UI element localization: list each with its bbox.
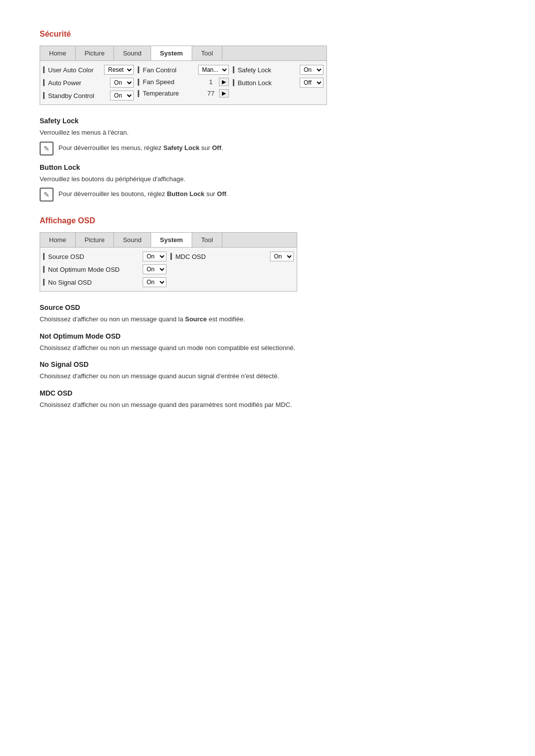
button-lock-subtitle: Button Lock [40, 163, 495, 171]
mdc-osd-description: Choisissez d'afficher ou non un message … [40, 400, 495, 410]
source-osd-label: Source OSD [48, 253, 141, 260]
no-signal-osd-select[interactable]: On [143, 277, 166, 287]
table-row: Fan Speed 1 ▶ [138, 78, 228, 86]
osd-tab-sound[interactable]: Sound [114, 233, 151, 247]
no-signal-osd-description: Choisissez d'afficher ou non un message … [40, 371, 495, 381]
osd-col1: Source OSD On Not Optimum Mode OSD On No… [43, 252, 166, 287]
button-lock-note-row: ✎ Pour déverrouiller les boutons, réglez… [40, 188, 495, 202]
table-row: No Signal OSD On [43, 277, 166, 287]
securite-col3: Safety Lock On Button Lock Off [233, 65, 323, 101]
not-optimum-osd-label: Not Optimum Mode OSD [48, 266, 141, 273]
table-row: Source OSD On [43, 252, 166, 261]
source-osd-description: Choisissez d'afficher ou non un message … [40, 314, 495, 324]
securite-tab-picture[interactable]: Picture [76, 46, 114, 60]
affichage-osd-tabs: Home Picture Sound System Tool [40, 233, 297, 248]
button-lock-note-text: Pour déverrouiller les boutons, réglez B… [58, 188, 228, 199]
safety-lock-description: Verrouillez les menus à l'écran. [40, 128, 495, 138]
affichage-osd-menu-rows: Source OSD On Not Optimum Mode OSD On No… [40, 248, 297, 291]
source-osd-subtitle: Source OSD [40, 303, 495, 311]
securite-tab-system[interactable]: System [151, 46, 192, 60]
safety-lock-label: Safety Lock [238, 66, 298, 74]
fan-speed-value: 1 [205, 78, 217, 86]
row-bar [138, 66, 139, 73]
table-row: Standby Control On [43, 91, 134, 101]
table-row: Button Lock Off [233, 78, 323, 88]
table-row: Temperature 77 ▶ [138, 89, 228, 98]
standby-control-label: Standby Control [48, 92, 108, 100]
user-auto-color-label: User Auto Color [48, 66, 102, 74]
securite-tabs: Home Picture Sound System Tool [40, 46, 326, 61]
safety-lock-subtitle: Safety Lock [40, 117, 495, 125]
table-row: Auto Power On [43, 78, 134, 88]
button-lock-select[interactable]: Off [300, 78, 323, 88]
not-optimum-osd-description: Choisissez d'afficher ou non un message … [40, 343, 495, 353]
table-row: MDC OSD On [170, 252, 294, 261]
no-signal-osd-label: No Signal OSD [48, 279, 141, 286]
safety-lock-select[interactable]: On [300, 65, 323, 75]
securite-menu-rows: User Auto Color Reset Auto Power On Stan… [40, 61, 326, 104]
securite-tab-tool[interactable]: Tool [192, 46, 222, 60]
temperature-arrow[interactable]: ▶ [219, 89, 229, 98]
not-optimum-osd-subtitle: Not Optimum Mode OSD [40, 332, 495, 340]
fan-control-select[interactable]: Man... [198, 65, 229, 75]
row-bar [43, 266, 45, 273]
mdc-osd-label: MDC OSD [175, 253, 268, 260]
table-row: Not Optimum Mode OSD On [43, 264, 166, 274]
safety-lock-note-text: Pour déverrouiller les menus, réglez Saf… [58, 142, 223, 153]
securite-section: Sécurité Home Picture Sound System Tool … [40, 30, 495, 202]
note-icon-2: ✎ [40, 188, 54, 202]
safety-lock-note-row: ✎ Pour déverrouiller les menus, réglez S… [40, 142, 495, 155]
table-row: Fan Control Man... [138, 65, 228, 75]
button-lock-description: Verrouillez les boutons du périphérique … [40, 174, 495, 184]
row-bar [43, 279, 45, 286]
osd-tab-system[interactable]: System [151, 233, 192, 247]
row-bar [233, 79, 234, 86]
osd-tab-picture[interactable]: Picture [76, 233, 114, 247]
temperature-value: 77 [205, 90, 217, 97]
osd-col2: MDC OSD On [170, 252, 294, 287]
auto-power-select[interactable]: On [110, 78, 134, 88]
temperature-label: Temperature [143, 90, 203, 97]
fan-speed-label: Fan Speed [143, 78, 203, 86]
affichage-osd-title: Affichage OSD [40, 216, 495, 225]
affichage-osd-section: Affichage OSD Home Picture Sound System … [40, 216, 495, 409]
securite-tab-home[interactable]: Home [40, 46, 76, 60]
row-bar [138, 90, 139, 97]
fan-speed-arrow[interactable]: ▶ [219, 78, 229, 86]
osd-tab-tool[interactable]: Tool [192, 233, 222, 247]
osd-tab-home[interactable]: Home [40, 233, 76, 247]
no-signal-osd-subtitle: No Signal OSD [40, 360, 495, 368]
row-bar [138, 79, 139, 86]
row-bar [170, 253, 172, 260]
user-auto-color-select[interactable]: Reset [104, 65, 134, 75]
auto-power-label: Auto Power [48, 79, 108, 87]
affichage-osd-menu-panel: Home Picture Sound System Tool Source OS… [40, 232, 297, 292]
row-bar [43, 92, 45, 99]
standby-control-select[interactable]: On [110, 91, 134, 101]
row-bar [43, 66, 45, 73]
mdc-osd-select[interactable]: On [270, 252, 294, 261]
row-bar [233, 66, 234, 73]
source-osd-select[interactable]: On [143, 252, 166, 261]
securite-tab-sound[interactable]: Sound [114, 46, 151, 60]
securite-col1: User Auto Color Reset Auto Power On Stan… [43, 65, 134, 101]
table-row: Safety Lock On [233, 65, 323, 75]
securite-menu-panel: Home Picture Sound System Tool User Auto… [40, 46, 327, 105]
not-optimum-osd-select[interactable]: On [143, 264, 166, 274]
securite-col2: Fan Control Man... Fan Speed 1 ▶ Tempera… [138, 65, 228, 101]
row-bar [43, 253, 45, 260]
securite-title: Sécurité [40, 30, 495, 39]
button-lock-label: Button Lock [238, 79, 298, 87]
mdc-osd-subtitle: MDC OSD [40, 389, 495, 397]
row-bar [43, 79, 45, 86]
fan-control-label: Fan Control [143, 66, 196, 74]
note-icon: ✎ [40, 142, 54, 155]
table-row: User Auto Color Reset [43, 65, 134, 75]
